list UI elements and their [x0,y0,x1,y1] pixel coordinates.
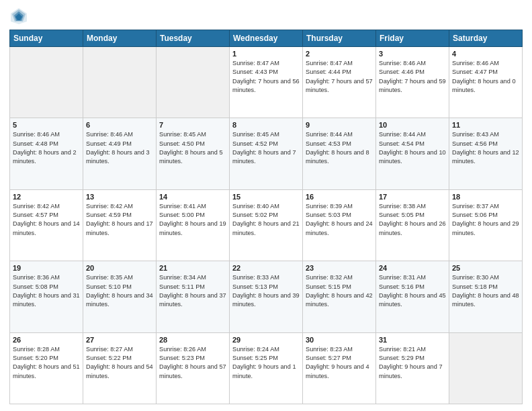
day-header-saturday: Saturday [449,30,523,47]
calendar-cell: 25Sunrise: 8:30 AM Sunset: 5:18 PM Dayli… [449,261,523,332]
day-info: Sunrise: 8:36 AM Sunset: 5:08 PM Dayligh… [13,273,80,309]
calendar-cell: 16Sunrise: 8:39 AM Sunset: 5:03 PM Dayli… [303,189,376,261]
calendar-cell: 10Sunrise: 8:44 AM Sunset: 4:54 PM Dayli… [376,118,449,189]
day-info: Sunrise: 8:46 AM Sunset: 4:49 PM Dayligh… [86,130,153,166]
day-info: Sunrise: 8:31 AM Sunset: 5:16 PM Dayligh… [379,273,446,309]
day-number: 27 [86,336,153,344]
day-number: 12 [13,193,80,201]
calendar-cell [10,47,83,118]
day-info: Sunrise: 8:39 AM Sunset: 5:03 PM Dayligh… [306,202,373,238]
day-info: Sunrise: 8:46 AM Sunset: 4:48 PM Dayligh… [13,130,80,166]
day-number: 13 [86,193,153,201]
day-info: Sunrise: 8:43 AM Sunset: 4:56 PM Dayligh… [452,130,519,166]
calendar-cell: 1Sunrise: 8:47 AM Sunset: 4:43 PM Daylig… [230,47,303,118]
day-info: Sunrise: 8:47 AM Sunset: 4:43 PM Dayligh… [232,59,300,95]
day-number: 31 [379,336,446,344]
day-info: Sunrise: 8:21 AM Sunset: 5:29 PM Dayligh… [379,345,446,381]
calendar-cell: 11Sunrise: 8:43 AM Sunset: 4:56 PM Dayli… [449,118,523,189]
day-info: Sunrise: 8:28 AM Sunset: 5:20 PM Dayligh… [13,345,80,381]
day-number: 22 [232,264,300,272]
calendar-cell: 24Sunrise: 8:31 AM Sunset: 5:16 PM Dayli… [376,261,449,332]
day-info: Sunrise: 8:46 AM Sunset: 4:46 PM Dayligh… [379,59,446,95]
day-number: 24 [379,264,446,272]
calendar-cell: 2Sunrise: 8:47 AM Sunset: 4:44 PM Daylig… [303,47,376,118]
calendar-cell: 14Sunrise: 8:41 AM Sunset: 5:00 PM Dayli… [157,189,230,261]
week-row-5: 26Sunrise: 8:28 AM Sunset: 5:20 PM Dayli… [10,332,523,404]
day-info: Sunrise: 8:42 AM Sunset: 4:59 PM Dayligh… [86,202,153,238]
calendar-cell: 7Sunrise: 8:45 AM Sunset: 4:50 PM Daylig… [157,118,230,189]
calendar-cell [83,47,157,118]
calendar-cell: 27Sunrise: 8:27 AM Sunset: 5:22 PM Dayli… [83,332,157,404]
day-number: 4 [452,50,519,58]
day-info: Sunrise: 8:26 AM Sunset: 5:23 PM Dayligh… [159,345,226,381]
day-number: 19 [13,264,80,272]
calendar-cell: 3Sunrise: 8:46 AM Sunset: 4:46 PM Daylig… [376,47,449,118]
day-info: Sunrise: 8:45 AM Sunset: 4:50 PM Dayligh… [159,130,226,166]
day-number: 10 [379,121,446,129]
day-number: 9 [306,121,373,129]
day-info: Sunrise: 8:46 AM Sunset: 4:47 PM Dayligh… [452,59,519,95]
calendar-cell: 31Sunrise: 8:21 AM Sunset: 5:29 PM Dayli… [376,332,449,404]
calendar-cell: 28Sunrise: 8:26 AM Sunset: 5:23 PM Dayli… [157,332,230,404]
day-number: 15 [232,193,300,201]
day-info: Sunrise: 8:42 AM Sunset: 4:57 PM Dayligh… [13,202,80,238]
day-info: Sunrise: 8:37 AM Sunset: 5:06 PM Dayligh… [452,202,519,238]
calendar-cell: 21Sunrise: 8:34 AM Sunset: 5:11 PM Dayli… [157,261,230,332]
calendar-cell: 12Sunrise: 8:42 AM Sunset: 4:57 PM Dayli… [10,189,83,261]
day-info: Sunrise: 8:38 AM Sunset: 5:05 PM Dayligh… [379,202,446,238]
day-number: 16 [306,193,373,201]
day-info: Sunrise: 8:30 AM Sunset: 5:18 PM Dayligh… [452,273,519,309]
day-number: 1 [232,50,300,58]
calendar-cell: 6Sunrise: 8:46 AM Sunset: 4:49 PM Daylig… [83,118,157,189]
calendar-cell: 19Sunrise: 8:36 AM Sunset: 5:08 PM Dayli… [10,261,83,332]
calendar-cell: 23Sunrise: 8:32 AM Sunset: 5:15 PM Dayli… [303,261,376,332]
day-number: 5 [13,121,80,129]
day-header-monday: Monday [83,30,157,47]
day-number: 6 [86,121,153,129]
day-info: Sunrise: 8:45 AM Sunset: 4:52 PM Dayligh… [232,130,300,166]
calendar-cell [157,47,230,118]
calendar-header-row: SundayMondayTuesdayWednesdayThursdayFrid… [10,30,523,47]
week-row-4: 19Sunrise: 8:36 AM Sunset: 5:08 PM Dayli… [10,261,523,332]
calendar-table: SundayMondayTuesdayWednesdayThursdayFrid… [9,30,523,404]
day-info: Sunrise: 8:32 AM Sunset: 5:15 PM Dayligh… [306,273,373,309]
day-number: 21 [159,264,226,272]
day-number: 3 [379,50,446,58]
day-info: Sunrise: 8:41 AM Sunset: 5:00 PM Dayligh… [159,202,226,238]
day-number: 11 [452,121,519,129]
day-header-sunday: Sunday [10,30,83,47]
calendar-cell: 4Sunrise: 8:46 AM Sunset: 4:47 PM Daylig… [449,47,523,118]
day-info: Sunrise: 8:27 AM Sunset: 5:22 PM Dayligh… [86,345,153,381]
day-info: Sunrise: 8:44 AM Sunset: 4:54 PM Dayligh… [379,130,446,166]
day-info: Sunrise: 8:44 AM Sunset: 4:53 PM Dayligh… [306,130,373,166]
calendar-cell: 18Sunrise: 8:37 AM Sunset: 5:06 PM Dayli… [449,189,523,261]
day-number: 26 [13,336,80,344]
calendar-cell: 29Sunrise: 8:24 AM Sunset: 5:25 PM Dayli… [230,332,303,404]
day-number: 28 [159,336,226,344]
week-row-3: 12Sunrise: 8:42 AM Sunset: 4:57 PM Dayli… [10,189,523,261]
day-number: 7 [159,121,226,129]
day-number: 25 [452,264,519,272]
day-info: Sunrise: 8:33 AM Sunset: 5:13 PM Dayligh… [232,273,300,309]
day-number: 2 [306,50,373,58]
calendar-cell: 8Sunrise: 8:45 AM Sunset: 4:52 PM Daylig… [230,118,303,189]
day-info: Sunrise: 8:34 AM Sunset: 5:11 PM Dayligh… [159,273,226,309]
day-number: 17 [379,193,446,201]
day-info: Sunrise: 8:23 AM Sunset: 5:27 PM Dayligh… [306,345,373,381]
calendar-cell: 5Sunrise: 8:46 AM Sunset: 4:48 PM Daylig… [10,118,83,189]
day-number: 30 [306,336,373,344]
logo-icon [9,7,28,26]
calendar-cell: 30Sunrise: 8:23 AM Sunset: 5:27 PM Dayli… [303,332,376,404]
page: SundayMondayTuesdayWednesdayThursdayFrid… [0,0,532,411]
day-number: 18 [452,193,519,201]
day-number: 20 [86,264,153,272]
day-number: 8 [232,121,300,129]
day-header-friday: Friday [376,30,449,47]
day-info: Sunrise: 8:35 AM Sunset: 5:10 PM Dayligh… [86,273,153,309]
calendar-cell: 15Sunrise: 8:40 AM Sunset: 5:02 PM Dayli… [230,189,303,261]
calendar-cell: 13Sunrise: 8:42 AM Sunset: 4:59 PM Dayli… [83,189,157,261]
day-header-thursday: Thursday [303,30,376,47]
day-number: 29 [232,336,300,344]
day-info: Sunrise: 8:47 AM Sunset: 4:44 PM Dayligh… [306,59,373,95]
day-info: Sunrise: 8:40 AM Sunset: 5:02 PM Dayligh… [232,202,300,238]
